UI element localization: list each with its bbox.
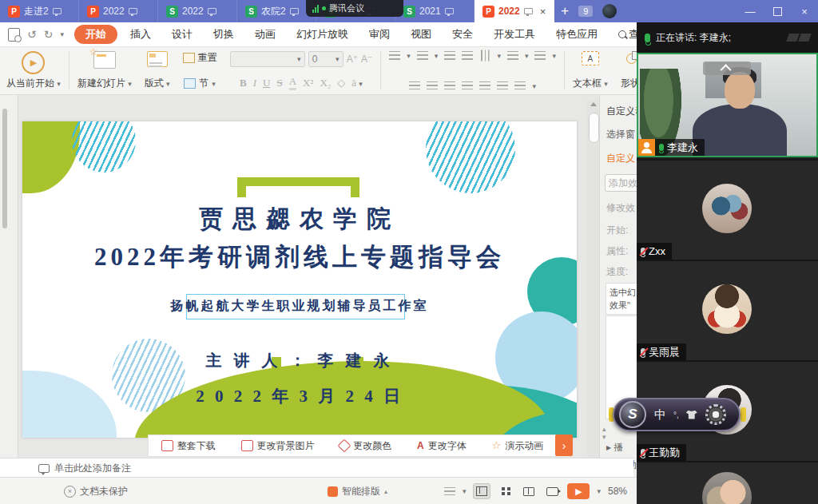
shrink-font-button[interactable]: A⁻ — [361, 54, 372, 65]
scrollbar-thumb[interactable] — [589, 113, 599, 143]
italic-button[interactable]: I — [253, 77, 256, 89]
change-font-button[interactable]: A更改字体 — [417, 439, 467, 453]
video-tile-speaker[interactable]: 李建永 — [637, 53, 818, 157]
align-left-icon[interactable] — [409, 81, 420, 90]
slide-canvas[interactable]: 贾思勰农学院 2022年考研调剂线上专题指导会 扬帆起航大学生职业规划辅导员工作… — [22, 121, 577, 438]
doc-tab-1[interactable]: P 走进2 — [0, 0, 79, 22]
font-color-button[interactable]: A — [289, 75, 296, 90]
pane-tab-custom[interactable]: 自定义 — [606, 152, 635, 165]
collapse-video-button[interactable] — [703, 62, 751, 75]
tencent-meeting-float[interactable]: 腾讯会议 — [306, 0, 403, 17]
slide-speaker-line[interactable]: 主 讲 人 ： 李 建 永 — [22, 350, 577, 371]
maximize-button[interactable] — [764, 0, 791, 22]
play-options-chevron[interactable]: ▾ — [597, 487, 601, 495]
account-avatar[interactable] — [602, 4, 617, 18]
play-effect-button[interactable]: ▸ 播 — [606, 441, 623, 454]
tab-count-badge[interactable]: 9 — [578, 6, 593, 17]
doc-protection-status[interactable]: × 文档未保护 — [64, 485, 128, 498]
slide-date-line[interactable]: 2 0 2 2 年 3 月 2 4 日 — [22, 385, 577, 407]
align-text-icon[interactable] — [507, 51, 518, 60]
doc-tab-4[interactable]: S 农院2 — [237, 0, 316, 22]
grow-font-button[interactable]: A⁺ — [347, 54, 358, 65]
align-right-icon[interactable] — [444, 81, 455, 90]
menu-home[interactable]: 开始 — [74, 25, 117, 44]
section-button[interactable]: 节▾ — [184, 77, 216, 90]
close-window-button[interactable]: × — [791, 0, 818, 22]
new-slide-button[interactable]: ☆ 新建幻灯片 ▾ — [71, 46, 138, 94]
doc-tab-2[interactable]: P 2022 — [79, 0, 158, 22]
slide-sorter-button[interactable] — [498, 484, 514, 498]
menu-review[interactable]: 审阅 — [361, 25, 398, 44]
menu-special-apps[interactable]: 特色应用 — [548, 25, 606, 44]
pinyin-button[interactable]: ā ▾ — [351, 77, 363, 89]
ime-punctuation-toggle[interactable]: °, — [673, 411, 679, 419]
columns-icon[interactable] — [497, 81, 508, 90]
preview-icon[interactable] — [8, 28, 20, 42]
numbering-icon[interactable] — [417, 51, 428, 60]
template-next-button[interactable]: › — [555, 435, 573, 456]
slide-scrollbar[interactable] — [587, 100, 599, 458]
close-tab-icon[interactable]: × — [540, 6, 546, 18]
slide-thumbnail-pane[interactable] — [0, 94, 18, 458]
textbox-button[interactable]: A 文本框 ▾ — [566, 46, 614, 94]
strike-button[interactable]: S — [276, 77, 282, 89]
chevron-down-icon[interactable]: ▾ — [60, 30, 64, 38]
participant-tile-1[interactable]: Zxx — [637, 159, 818, 260]
menu-transition[interactable]: 切换 — [205, 25, 242, 44]
play-from-current-button[interactable]: ▶ 从当前开始 ▾ — [0, 46, 67, 94]
thumbnail-scrollbar[interactable] — [2, 109, 7, 228]
change-background-button[interactable]: 更改背景图片 — [241, 439, 315, 453]
new-tab-button[interactable]: + — [561, 3, 569, 19]
font-name-combo[interactable]: ▾ — [230, 51, 305, 67]
undo-icon[interactable]: ↺ — [27, 28, 37, 41]
doc-tab-6[interactable]: S 2021 — [395, 0, 475, 22]
slide-subtitle[interactable]: 扬帆起航大学生职业规划辅导员工作室 — [22, 298, 577, 315]
minimize-button[interactable]: — — [737, 0, 764, 22]
redo-icon[interactable]: ↻ — [44, 28, 54, 41]
menu-slideshow[interactable]: 幻灯片放映 — [288, 25, 356, 44]
reorder-arrows[interactable]: ▴▾ — [602, 425, 606, 441]
increase-indent-icon[interactable] — [462, 51, 473, 60]
selection-pane-item[interactable]: 选择窗 — [606, 128, 635, 141]
clear-format-button[interactable]: ◇ — [337, 77, 345, 89]
scroll-up-icon[interactable] — [590, 102, 597, 106]
demo-animation-button[interactable]: ☆演示动画 — [491, 439, 543, 453]
participant-tile-4-partial[interactable] — [637, 461, 818, 504]
notes-toggle-icon[interactable] — [444, 487, 455, 496]
distribute-icon[interactable] — [479, 81, 490, 90]
paragraph-spacing-icon[interactable] — [514, 81, 526, 90]
reading-view-button[interactable] — [521, 484, 537, 498]
decrease-indent-icon[interactable] — [444, 51, 455, 60]
menu-devtools[interactable]: 开发工具 — [486, 25, 543, 44]
add-effect-button[interactable]: 添加效 — [605, 174, 637, 192]
notes-bar[interactable]: 单击此处添加备注 — [0, 458, 633, 478]
bullets-icon[interactable] — [389, 51, 400, 60]
doc-tab-active[interactable]: P 2022 × — [475, 0, 554, 22]
participant-tile-2[interactable]: 吴雨晨 — [637, 260, 818, 360]
slide-title-line1[interactable]: 贾思勰农学院 — [22, 203, 577, 236]
menu-security[interactable]: 安全 — [444, 25, 481, 44]
text-direction-icon[interactable] — [481, 50, 490, 62]
subscript-button[interactable]: X₂ — [320, 77, 331, 89]
underline-button[interactable]: U — [263, 77, 270, 89]
font-size-combo[interactable]: 0▾ — [308, 51, 343, 67]
slide-title-line2[interactable]: 2022年考研调剂线上专题指导会 — [22, 240, 577, 274]
skin-shirt-icon[interactable] — [686, 411, 697, 419]
align-center-icon[interactable] — [427, 81, 438, 90]
smart-layout-button[interactable]: 智能排版 ▴ — [328, 485, 387, 498]
gear-icon[interactable] — [705, 404, 726, 425]
zoom-level[interactable]: 58% — [608, 486, 627, 497]
menu-view[interactable]: 视图 — [403, 25, 439, 44]
menu-animation[interactable]: 动画 — [247, 25, 284, 44]
slideshow-play-button[interactable]: ▶ — [567, 483, 590, 499]
superscript-button[interactable]: X² — [303, 77, 313, 89]
record-button[interactable] — [544, 484, 560, 498]
layout-button[interactable]: 版式 ▾ — [138, 46, 177, 94]
sogou-logo-icon[interactable]: S — [619, 401, 646, 428]
reset-button[interactable]: 重置 — [183, 51, 217, 65]
normal-view-button[interactable] — [473, 483, 490, 499]
doc-tab-3[interactable]: S 2022 — [158, 0, 237, 22]
bold-button[interactable]: B — [240, 77, 247, 89]
ime-mode-chinese[interactable]: 中 — [654, 407, 666, 423]
download-set-button[interactable]: 整套下载 — [161, 439, 216, 453]
